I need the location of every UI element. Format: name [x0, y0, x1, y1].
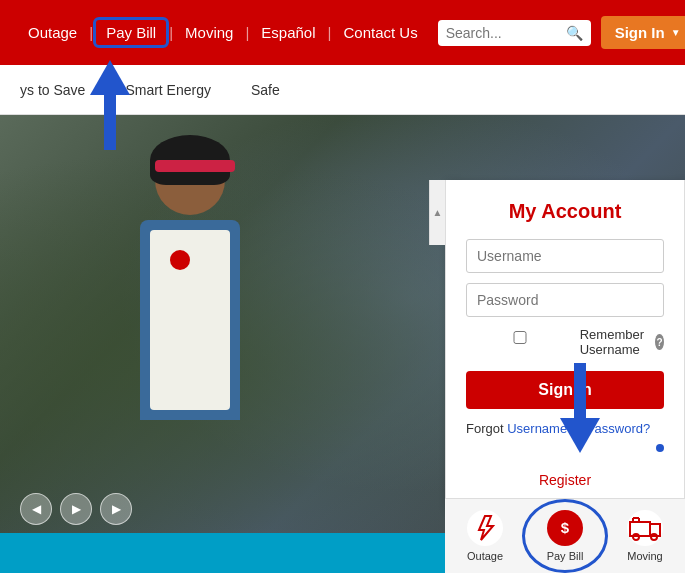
arrow-down-head	[560, 418, 600, 453]
sign-in-button[interactable]: Sign In ▼	[601, 16, 685, 49]
apron-badge	[170, 250, 190, 270]
forgot-text: Forgot	[466, 421, 507, 436]
play-icon: ▶	[72, 502, 81, 516]
sub-nav-smart-energy[interactable]: Smart Energy	[125, 82, 211, 98]
header: Outage | Pay Bill | Moving | Español | C…	[0, 0, 685, 65]
outage-icon-circle	[467, 510, 503, 546]
play-button[interactable]: ▶	[60, 493, 92, 525]
bottom-outage-item[interactable]: Outage	[445, 502, 525, 570]
figure-head	[155, 145, 225, 215]
remember-label: Remember Username	[580, 327, 650, 357]
truck-icon	[629, 514, 661, 542]
dot-indicator	[656, 444, 664, 452]
lightning-icon	[471, 514, 499, 542]
svg-marker-0	[479, 516, 493, 540]
scroll-indicator: ▲	[429, 180, 445, 245]
prev-icon: ◀	[32, 502, 41, 516]
figure-body	[140, 220, 240, 420]
nav-espanol[interactable]: Español	[249, 24, 327, 41]
username-input[interactable]	[466, 239, 664, 273]
next-icon: ▶	[112, 502, 121, 516]
account-panel: ▲ My Account Remember Username ? Sign In…	[445, 180, 685, 509]
forgot-username-link[interactable]: Username	[507, 421, 567, 436]
nav-outage[interactable]: Outage	[16, 24, 89, 41]
player-controls: ◀ ▶ ▶	[20, 493, 132, 525]
sub-nav-safe[interactable]: Safe	[251, 82, 280, 98]
arrow-stem	[104, 95, 116, 150]
help-icon[interactable]: ?	[655, 334, 664, 350]
account-panel-title: My Account	[466, 200, 664, 223]
sign-in-label: Sign In	[615, 24, 665, 41]
arrow-stem-down	[574, 363, 586, 418]
figure-apron	[150, 230, 230, 410]
svg-rect-3	[630, 522, 650, 536]
nav-moving[interactable]: Moving	[173, 24, 245, 41]
main-content: ◀ ▶ ▶ ▲ My Account Remember Username ? S	[0, 115, 685, 573]
outage-label: Outage	[467, 550, 503, 562]
prev-button[interactable]: ◀	[20, 493, 52, 525]
search-icon: 🔍	[566, 25, 583, 41]
main-figure	[100, 145, 280, 505]
moving-label: Moving	[627, 550, 662, 562]
nav-contact-us[interactable]: Contact Us	[331, 24, 429, 41]
scroll-up-icon: ▲	[433, 207, 443, 218]
down-arrow-annotation	[560, 363, 600, 453]
nav-links: Outage | Pay Bill | Moving | Español | C…	[16, 17, 430, 48]
arrow-up-head	[90, 60, 130, 95]
register-link[interactable]: Register	[466, 472, 664, 488]
remember-row: Remember Username ?	[466, 327, 664, 357]
sub-nav-save[interactable]: ys to Save	[20, 82, 85, 98]
bottom-paybill-item[interactable]: $ Pay Bill	[525, 502, 605, 570]
search-box: 🔍	[438, 20, 591, 46]
bottom-icon-strip: Outage $ Pay Bill	[445, 498, 685, 573]
password-input[interactable]	[466, 283, 664, 317]
bottom-moving-item[interactable]: Moving	[605, 502, 685, 570]
search-input[interactable]	[446, 25, 566, 41]
remember-checkbox[interactable]	[466, 331, 574, 344]
up-arrow-annotation	[90, 60, 130, 150]
moving-icon-circle	[627, 510, 663, 546]
nav-pay-bill[interactable]: Pay Bill	[93, 17, 169, 48]
chevron-down-icon: ▼	[671, 27, 681, 38]
next-button[interactable]: ▶	[100, 493, 132, 525]
figure-headband	[155, 160, 235, 172]
